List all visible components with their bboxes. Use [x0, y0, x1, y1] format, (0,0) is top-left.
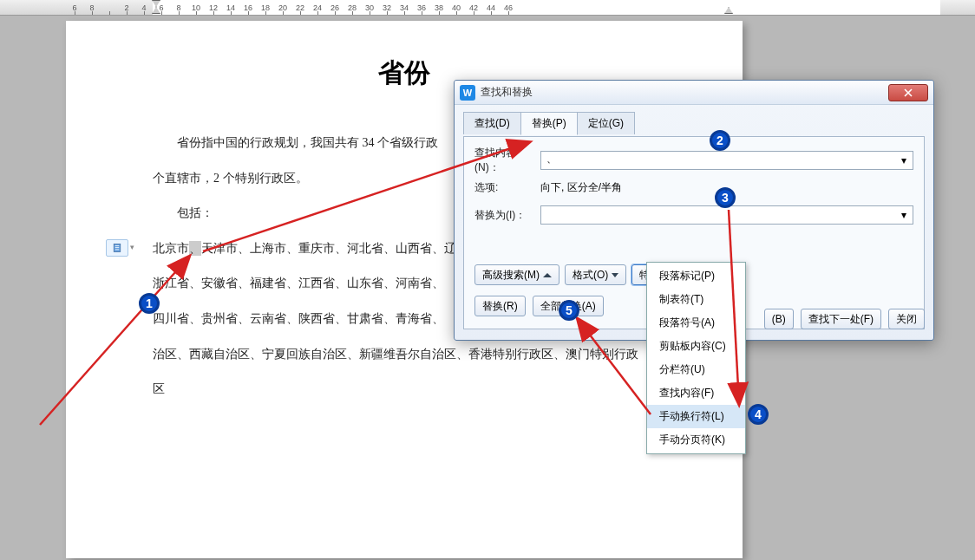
dropdown-caret-icon[interactable]: ▾ [130, 243, 134, 251]
chevron-down-icon[interactable]: ▾ [897, 208, 911, 222]
input-value: 、 [546, 153, 557, 165]
caret-icon [543, 273, 552, 277]
annotation-badge-5: 5 [559, 300, 579, 321]
tab-find[interactable]: 查找(D) [463, 112, 521, 134]
dropdown-item[interactable]: 段落标记(P) [647, 264, 745, 288]
replace-button[interactable]: 替换(R) [474, 296, 526, 316]
dropdown-item[interactable]: 手动分页符(K) [647, 428, 745, 452]
annotation-badge-4: 4 [748, 404, 769, 425]
dropdown-item[interactable]: 手动换行符(L) [647, 405, 745, 428]
find-content-label: 查找内容(N)： [474, 146, 540, 175]
special-format-dropdown: 段落标记(P)制表符(T)段落符号(A)剪贴板内容(C)分栏符(U)查找内容(F… [646, 262, 746, 454]
svg-rect-1 [115, 245, 120, 246]
dropdown-item[interactable]: 分栏符(U) [647, 358, 745, 381]
format-button[interactable]: 格式(O) [565, 264, 626, 285]
annotation-badge-2: 2 [710, 130, 730, 151]
selected-char: 、 [189, 241, 201, 256]
options-label: 选项: [474, 180, 540, 195]
chevron-down-icon[interactable]: ▾ [897, 153, 911, 167]
ruler: 6824681012141618202224262830323436384042… [0, 0, 975, 16]
doc-line: 治区、西藏自治区、宁夏回族自治区、新疆维吾尔自治区、香港特别行政区、澳门特别行政 [153, 337, 656, 373]
dialog-title: 查找和替换 [481, 85, 888, 100]
annotation-badge-3: 3 [715, 187, 736, 208]
text: 天津市、上海市、重庆市、河北省、山西省、辽 [201, 242, 456, 255]
dropdown-item[interactable]: 段落符号(A) [647, 311, 745, 335]
dialog-tabs: 查找(D) 替换(P) 定位(G) [463, 112, 925, 134]
replace-with-label: 替换为(I)： [474, 208, 540, 223]
dropdown-item[interactable]: 剪贴板内容(C) [647, 335, 745, 358]
svg-rect-2 [115, 247, 120, 248]
dropdown-item[interactable]: 制表符(T) [647, 288, 745, 311]
dialog-titlebar[interactable]: W 查找和替换 [455, 81, 933, 105]
app-icon: W [460, 85, 475, 101]
find-next-button[interactable]: 查找下一处(F) [801, 309, 881, 329]
svg-rect-3 [115, 250, 120, 251]
advanced-search-button[interactable]: 高级搜索(M) [474, 264, 559, 285]
doc-line: 区 [153, 372, 656, 407]
close-button-footer[interactable]: 关闭 [888, 309, 925, 329]
dropdown-item[interactable]: 查找内容(F) [647, 381, 745, 405]
replace-with-input[interactable]: ▾ [540, 205, 913, 225]
footer-button[interactable]: (B) [764, 309, 794, 329]
options-value: 向下, 区分全/半角 [540, 180, 622, 195]
find-content-input[interactable]: 、 ▾ [540, 151, 913, 170]
tab-replace[interactable]: 替换(P) [520, 112, 578, 135]
tab-goto[interactable]: 定位(G) [577, 112, 635, 134]
close-button[interactable] [888, 84, 928, 101]
annotation-badge-1: 1 [139, 293, 160, 314]
paste-options-icon[interactable] [106, 239, 128, 257]
text: 北京市 [153, 242, 189, 255]
caret-down-icon [612, 273, 618, 277]
